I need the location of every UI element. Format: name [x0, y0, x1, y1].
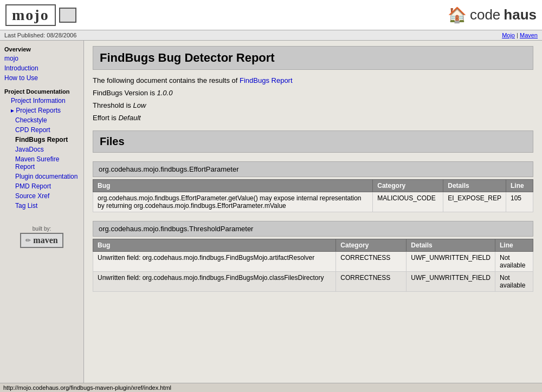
category-cell: CORRECTNESS [336, 272, 406, 292]
mojo-link[interactable]: Mojo [502, 32, 515, 38]
sidebar: Overview mojo Introduction How to Use Pr… [0, 41, 84, 384]
sidebar-item-javadocs[interactable]: JavaDocs [0, 145, 83, 154]
built-by-label: built by: [4, 226, 79, 232]
bug-cell: Unwritten field: org.codehaus.mojo.findb… [93, 252, 336, 272]
files-section-header: Files [93, 130, 533, 153]
subheader: Last Published: 08/28/2006 Mojo | Maven [0, 30, 542, 41]
header: mojo 🏠 codehaus [0, 0, 542, 30]
layout: Overview mojo Introduction How to Use Pr… [0, 41, 542, 384]
sidebar-item-findbugs-report[interactable]: FindBugs Report [0, 135, 83, 145]
haus-part: haus [504, 6, 537, 23]
effort-label: Effort is [93, 114, 117, 122]
codehaus-logo: 🏠 codehaus [448, 6, 537, 24]
maven-link[interactable]: Maven [520, 32, 538, 38]
report-title-section: FindBugs Bug Detector Report [93, 46, 533, 70]
bug-cell: Unwritten field: org.codehaus.mojo.findb… [93, 272, 336, 292]
details-cell: EI_EXPOSE_REP [443, 192, 506, 212]
col-category-1: Category [373, 180, 443, 192]
file2-bug-table: Bug Category Details Line Unwritten fiel… [93, 239, 533, 292]
table-row: Unwritten field: org.codehaus.mojo.findb… [93, 272, 533, 292]
col-bug-1: Bug [93, 180, 373, 192]
line-cell: Not available [495, 252, 533, 272]
sidebar-item-pmd-report[interactable]: PMD Report [0, 181, 83, 191]
mojo-logo-text: mojo [5, 4, 56, 26]
version-block: FindBugs Version is 1.0.0 [93, 89, 533, 97]
maven-logo: ✏ maven [20, 233, 63, 248]
col-details-2: Details [406, 239, 495, 252]
sidebar-item-how-to-use[interactable]: How to Use [0, 73, 83, 83]
sidebar-item-project-information[interactable]: Project Information [0, 96, 83, 106]
effort-block: Effort is Default [93, 114, 533, 122]
file1-header: org.codehaus.mojo.findbugs.EffortParamet… [93, 161, 533, 177]
file1-bug-table: Bug Category Details Line org.codehaus.m… [93, 179, 533, 212]
col-details-1: Details [443, 180, 506, 192]
statusbar: http://mojo.codehaus.org/findbugs-maven-… [0, 383, 542, 384]
threshold-block: Threshold is Low [93, 101, 533, 109]
mojo-logo-icon [59, 8, 76, 23]
threshold-label: Threshold is [93, 101, 131, 109]
sidebar-item-cpd-report[interactable]: CPD Report [0, 125, 83, 135]
code-part: code [470, 6, 500, 23]
maven-text: maven [33, 236, 57, 245]
sidebar-item-plugin-documentation[interactable]: Plugin documentation [0, 172, 83, 181]
sidebar-item-checkstyle[interactable]: Checkstyle [0, 115, 83, 125]
col-bug-2: Bug [93, 239, 336, 252]
sidebar-item-maven-surefire-report[interactable]: Maven Surefire Report [0, 154, 83, 172]
col-category-2: Category [336, 239, 406, 252]
overview-section-title: Overview [0, 44, 83, 54]
table-row: Unwritten field: org.codehaus.mojo.findb… [93, 252, 533, 272]
col-line-1: Line [506, 180, 533, 192]
effort-value: Default [118, 114, 140, 122]
details-cell: UWF_UNWRITTEN_FIELD [406, 252, 495, 272]
threshold-value: Low [133, 101, 146, 109]
file2-header: org.codehaus.mojo.findbugs.ThresholdPara… [93, 221, 533, 237]
sidebar-item-tag-list[interactable]: Tag List [0, 201, 83, 211]
project-docs-section-title: Project Documentation [0, 86, 83, 96]
version-label: FindBugs Version is [93, 89, 155, 97]
house-icon: 🏠 [448, 6, 467, 24]
sidebar-item-project-reports[interactable]: ▸ Project Reports [0, 106, 83, 115]
built-by-section: built by: ✏ maven [0, 221, 83, 252]
findbugs-report-link[interactable]: FindBugs Report [240, 76, 293, 84]
intro-text: The following document contains the resu… [93, 76, 237, 84]
sidebar-item-mojo[interactable]: mojo [0, 54, 83, 63]
last-published: Last Published: 08/28/2006 [4, 32, 76, 38]
category-cell: CORRECTNESS [336, 252, 406, 272]
pencil-icon: ✏ [25, 237, 31, 244]
sidebar-item-introduction[interactable]: Introduction [0, 63, 83, 73]
category-cell: MALICIOUS_CODE [373, 192, 443, 212]
bug-cell: org.codehaus.mojo.findbugs.EffortParamet… [93, 192, 373, 212]
main-content: FindBugs Bug Detector Report The followi… [84, 41, 542, 384]
sidebar-item-source-xref[interactable]: Source Xref [0, 191, 83, 201]
nav-links[interactable]: Mojo | Maven [502, 32, 538, 38]
col-line-2: Line [495, 239, 533, 252]
version-value: 1.0.0 [157, 89, 173, 97]
details-cell: UWF_UNWRITTEN_FIELD [406, 272, 495, 292]
mojo-logo: mojo [5, 4, 76, 26]
line-cell: 105 [506, 192, 533, 212]
table-row: org.codehaus.mojo.findbugs.EffortParamet… [93, 192, 533, 212]
files-title: Files [100, 135, 526, 148]
report-title: FindBugs Bug Detector Report [100, 51, 526, 65]
line-cell: Not available [495, 272, 533, 292]
intro-block: The following document contains the resu… [93, 76, 533, 84]
